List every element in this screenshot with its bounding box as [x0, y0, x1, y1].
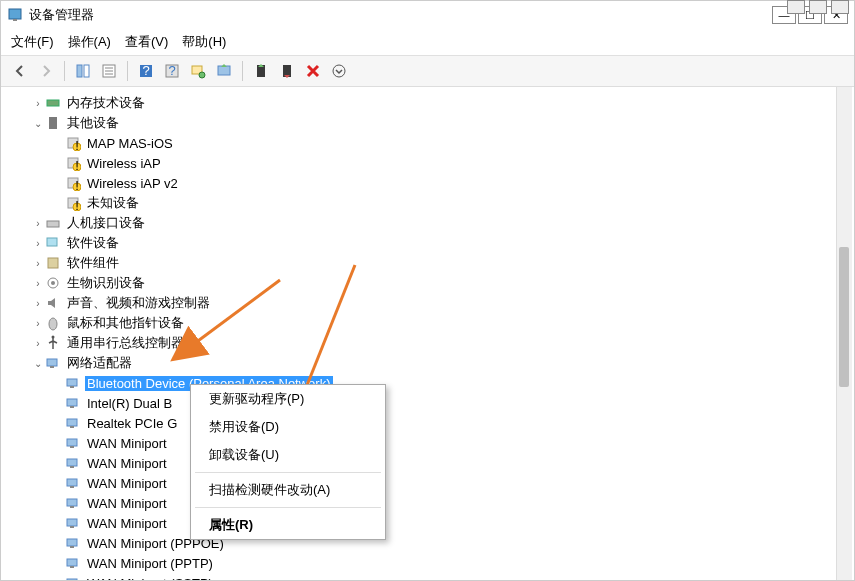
- warning-device-icon: !: [65, 175, 81, 191]
- uninstall-device-icon[interactable]: [302, 60, 324, 82]
- svg-rect-19: [49, 117, 57, 129]
- warning-device-icon: !: [65, 135, 81, 151]
- tree-item-wan-pptp[interactable]: WAN Miniport (PPTP): [11, 553, 836, 573]
- tree-item-other-devices[interactable]: ⌄其他设备: [11, 113, 836, 133]
- svg-rect-41: [67, 379, 77, 386]
- chevron-right-icon[interactable]: ›: [31, 98, 45, 109]
- svg-rect-45: [67, 419, 77, 426]
- menu-disable-device[interactable]: 禁用设备(D): [191, 413, 385, 441]
- tree-item-wan-1[interactable]: WAN Miniport: [11, 433, 836, 453]
- network-icon: [65, 455, 81, 471]
- network-icon: [65, 475, 81, 491]
- chevron-right-icon[interactable]: ›: [31, 238, 45, 249]
- chevron-down-icon[interactable]: ⌄: [31, 358, 45, 369]
- chevron-right-icon[interactable]: ›: [31, 318, 45, 329]
- scrollbar-thumb[interactable]: [839, 247, 849, 387]
- tree-item-wan-sstp[interactable]: WAN Miniport (SSTP): [11, 573, 836, 580]
- tree-item-wan-2[interactable]: WAN Miniport: [11, 453, 836, 473]
- chevron-down-icon[interactable]: ⌄: [31, 118, 45, 129]
- svg-rect-54: [70, 506, 74, 508]
- svg-rect-1: [13, 19, 17, 21]
- chevron-right-icon[interactable]: ›: [31, 218, 45, 229]
- svg-rect-43: [67, 399, 77, 406]
- tree-item-wan-4[interactable]: WAN Miniport: [11, 493, 836, 513]
- menu-update-driver[interactable]: 更新驱动程序(P): [191, 385, 385, 413]
- menu-action[interactable]: 操作(A): [68, 33, 111, 51]
- properties-icon[interactable]: [98, 60, 120, 82]
- svg-point-36: [51, 281, 55, 285]
- scan-hardware-icon[interactable]: [187, 60, 209, 82]
- tree-item-wan-pppoe[interactable]: WAN Miniport (PPPOE): [11, 533, 836, 553]
- chevron-right-icon[interactable]: ›: [31, 258, 45, 269]
- svg-point-38: [52, 336, 55, 339]
- tree-item-wan-5[interactable]: WAN Miniport: [11, 513, 836, 533]
- sound-icon: [45, 295, 61, 311]
- svg-text:!: !: [75, 198, 79, 211]
- tree-item-network-adapters[interactable]: ⌄网络适配器: [11, 353, 836, 373]
- device-tree[interactable]: ›内存技术设备 ⌄其他设备 !MAP MAS-iOS !Wireless iAP…: [1, 87, 836, 580]
- back-button[interactable]: [9, 60, 31, 82]
- other-devices-icon: [45, 115, 61, 131]
- tree-item-wan-3[interactable]: WAN Miniport: [11, 473, 836, 493]
- svg-rect-56: [70, 526, 74, 528]
- svg-rect-59: [67, 559, 77, 566]
- svg-text:!: !: [75, 178, 79, 191]
- help-icon[interactable]: ?: [135, 60, 157, 82]
- down-arrow-icon[interactable]: [328, 60, 350, 82]
- tree-item-software-devices[interactable]: ›软件设备: [11, 233, 836, 253]
- tree-item-wireless-iap[interactable]: !Wireless iAP: [11, 153, 836, 173]
- menu-uninstall-device[interactable]: 卸载设备(U): [191, 441, 385, 469]
- menu-help[interactable]: 帮助(H): [182, 33, 226, 51]
- menu-view[interactable]: 查看(V): [125, 33, 168, 51]
- tree-item-unknown-device[interactable]: !未知设备: [11, 193, 836, 213]
- tree-item-sound[interactable]: ›声音、视频和游戏控制器: [11, 293, 836, 313]
- chevron-right-icon[interactable]: ›: [31, 338, 45, 349]
- window-title: 设备管理器: [29, 6, 94, 24]
- toolbar: ? ?: [1, 56, 854, 87]
- svg-point-37: [49, 318, 57, 330]
- tree-item-memory-tech[interactable]: ›内存技术设备: [11, 93, 836, 113]
- chevron-right-icon[interactable]: ›: [31, 278, 45, 289]
- forward-button[interactable]: [35, 60, 57, 82]
- svg-point-13: [199, 72, 205, 78]
- tree-item-map-mas-ios[interactable]: !MAP MAS-iOS: [11, 133, 836, 153]
- menu-file[interactable]: 文件(F): [11, 33, 54, 51]
- network-icon: [65, 395, 81, 411]
- svg-rect-33: [47, 238, 57, 246]
- tree-item-intel-dual[interactable]: Intel(R) Dual B: [11, 393, 836, 413]
- hid-icon: [45, 215, 61, 231]
- context-menu: 更新驱动程序(P) 禁用设备(D) 卸载设备(U) 扫描检测硬件改动(A) 属性…: [190, 384, 386, 540]
- svg-rect-0: [9, 9, 21, 19]
- vertical-scrollbar[interactable]: [836, 87, 852, 580]
- disable-device-icon[interactable]: [276, 60, 298, 82]
- extra-btn-1[interactable]: [787, 0, 805, 14]
- tree-item-software-components[interactable]: ›软件组件: [11, 253, 836, 273]
- app-icon: [7, 7, 23, 23]
- menu-scan-hardware[interactable]: 扫描检测硬件改动(A): [191, 476, 385, 504]
- svg-point-17: [333, 65, 345, 77]
- enable-device-icon[interactable]: [250, 60, 272, 82]
- extra-btn-2[interactable]: [809, 0, 827, 14]
- svg-rect-44: [70, 406, 74, 408]
- svg-rect-47: [67, 439, 77, 446]
- update-driver-icon[interactable]: [213, 60, 235, 82]
- action-icon[interactable]: ?: [161, 60, 183, 82]
- tree-item-usb-controllers[interactable]: ›通用串行总线控制器: [11, 333, 836, 353]
- tree-item-hid[interactable]: ›人机接口设备: [11, 213, 836, 233]
- tree-item-biometric[interactable]: ›生物识别设备: [11, 273, 836, 293]
- menu-properties[interactable]: 属性(R): [191, 511, 385, 539]
- tree-item-mouse[interactable]: ›鼠标和其他指针设备: [11, 313, 836, 333]
- chevron-right-icon[interactable]: ›: [31, 298, 45, 309]
- svg-rect-49: [67, 459, 77, 466]
- tree-item-bluetooth-pan[interactable]: Bluetooth Device (Personal Area Network): [11, 373, 836, 393]
- network-adapter-icon: [45, 355, 61, 371]
- tree-item-realtek[interactable]: Realtek PCIe G: [11, 413, 836, 433]
- show-hide-console-icon[interactable]: [72, 60, 94, 82]
- extra-btn-3[interactable]: [831, 0, 849, 14]
- svg-rect-52: [70, 486, 74, 488]
- svg-text:!: !: [75, 158, 79, 171]
- svg-text:?: ?: [168, 63, 175, 78]
- tree-item-wireless-iap-v2[interactable]: !Wireless iAP v2: [11, 173, 836, 193]
- network-icon: [65, 535, 81, 551]
- warning-device-icon: !: [65, 195, 81, 211]
